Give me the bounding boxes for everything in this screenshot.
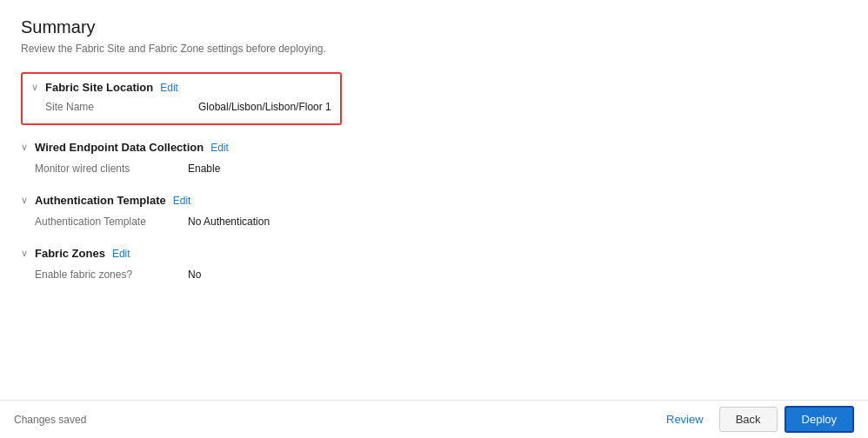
section-toggle-fabric-site-location[interactable]: ∨ [31,82,38,93]
page-subtitle: Review the Fabric Site and Fabric Zone s… [21,43,847,55]
section-edit-fabric-zones[interactable]: Edit [112,248,130,260]
section-toggle-authentication-template[interactable]: ∨ [21,195,28,206]
section-body-fabric-site-location: Site NameGlobal/Lisbon/Lisbon/Floor 1 [31,97,331,116]
field-value: No [188,269,201,281]
section-header-wired-endpoint: ∨Wired Endpoint Data CollectionEdit [21,141,847,154]
field-value: No Authentication [188,216,270,228]
section-edit-wired-endpoint[interactable]: Edit [210,142,229,154]
section-edit-fabric-site-location[interactable]: Edit [160,82,178,94]
field-label: Authentication Template [35,216,174,228]
review-button[interactable]: Review [658,408,712,431]
main-content: Summary Review the Fabric Site and Fabri… [0,0,868,400]
field-label: Enable fabric zones? [35,269,174,281]
section-fabric-site-location: ∨Fabric Site LocationEditSite NameGlobal… [21,72,342,125]
page-title: Summary [21,17,847,37]
section-title-fabric-zones: Fabric Zones [35,247,105,260]
section-header-fabric-zones: ∨Fabric ZonesEdit [21,247,847,260]
section-wired-endpoint: ∨Wired Endpoint Data CollectionEditMonit… [21,141,847,178]
section-body-authentication-template: Authentication TemplateNo Authentication [21,212,847,231]
field-row: Enable fabric zones?No [35,265,847,284]
section-title-fabric-site-location: Fabric Site Location [45,81,153,94]
footer-buttons: Review Back Deploy [658,406,854,433]
section-body-wired-endpoint: Monitor wired clientsEnable [21,159,847,178]
field-value: Enable [188,163,220,175]
section-title-wired-endpoint: Wired Endpoint Data Collection [35,141,204,154]
section-toggle-fabric-zones[interactable]: ∨ [21,248,28,259]
section-toggle-wired-endpoint[interactable]: ∨ [21,142,28,153]
footer: Changes saved Review Back Deploy [0,400,868,438]
field-label: Monitor wired clients [35,163,174,175]
section-authentication-template: ∨Authentication TemplateEditAuthenticati… [21,194,847,231]
field-value: Global/Lisbon/Lisbon/Floor 1 [198,101,331,113]
field-row: Site NameGlobal/Lisbon/Lisbon/Floor 1 [45,97,331,116]
field-row: Monitor wired clientsEnable [35,159,847,178]
field-row: Authentication TemplateNo Authentication [35,212,847,231]
section-title-authentication-template: Authentication Template [35,194,166,207]
section-header-fabric-site-location: ∨Fabric Site LocationEdit [31,81,331,94]
sections-container: ∨Fabric Site LocationEditSite NameGlobal… [21,72,847,284]
section-body-fabric-zones: Enable fabric zones?No [21,265,847,284]
field-label: Site Name [45,101,184,113]
deploy-button[interactable]: Deploy [785,406,854,433]
section-fabric-zones: ∨Fabric ZonesEditEnable fabric zones?No [21,247,847,284]
section-edit-authentication-template[interactable]: Edit [173,195,191,207]
back-button[interactable]: Back [719,407,778,432]
footer-status: Changes saved [14,414,86,426]
section-header-authentication-template: ∨Authentication TemplateEdit [21,194,847,207]
